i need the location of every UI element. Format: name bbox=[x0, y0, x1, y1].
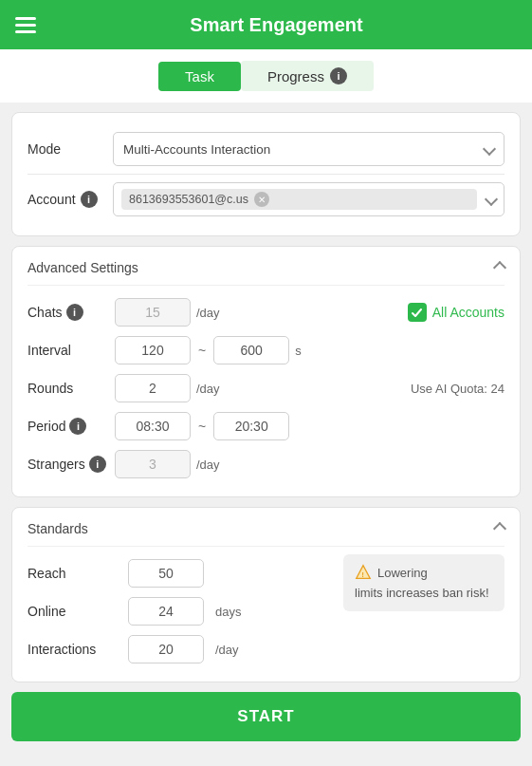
advanced-settings-title: Advanced Settings bbox=[28, 260, 138, 275]
account-chevron-icon bbox=[485, 193, 498, 206]
strangers-input[interactable] bbox=[115, 450, 191, 478]
interval-label: Interval bbox=[28, 343, 109, 358]
standards-collapse-icon[interactable] bbox=[493, 522, 506, 535]
svg-text:!: ! bbox=[361, 570, 364, 579]
mode-account-divider bbox=[28, 174, 504, 175]
mode-label: Mode bbox=[28, 141, 113, 157]
mode-row: Mode Multi-Accounts Interaction bbox=[28, 126, 504, 172]
reach-input[interactable] bbox=[128, 559, 204, 588]
period-label: Period i bbox=[28, 418, 109, 435]
interval-tilde: ~ bbox=[196, 343, 208, 358]
account-tag-value: 8613693553601@c.us bbox=[129, 193, 248, 206]
standards-title: Standards bbox=[28, 521, 88, 536]
tab-progress[interactable]: Progress i bbox=[241, 61, 374, 91]
chats-input[interactable] bbox=[115, 298, 191, 327]
account-info-icon[interactable]: i bbox=[81, 191, 98, 208]
all-accounts-checkbox-wrap: All Accounts bbox=[408, 303, 504, 322]
standards-card: Standards Reach Online days Interactions bbox=[11, 507, 521, 682]
period-row: Period i ~ bbox=[28, 407, 504, 445]
rounds-label: Rounds bbox=[28, 381, 109, 396]
interactions-row: Interactions /day bbox=[28, 630, 332, 668]
account-tag: 8613693553601@c.us ✕ bbox=[121, 189, 477, 210]
warning-title: ! Lowering bbox=[355, 564, 493, 581]
progress-info-icon[interactable]: i bbox=[330, 67, 347, 84]
interval-unit: s bbox=[295, 344, 302, 358]
interactions-label: Interactions bbox=[28, 642, 122, 657]
menu-icon[interactable] bbox=[15, 17, 36, 33]
strangers-row: Strangers i /day bbox=[28, 445, 504, 483]
mode-dropdown[interactable]: Multi-Accounts Interaction bbox=[113, 132, 504, 166]
interval-row: Interval ~ s bbox=[28, 331, 504, 369]
reach-label: Reach bbox=[28, 566, 122, 581]
chats-label: Chats i bbox=[28, 304, 109, 321]
period-info-icon[interactable]: i bbox=[69, 418, 86, 435]
all-accounts-label: All Accounts bbox=[432, 305, 504, 320]
mode-value: Multi-Accounts Interaction bbox=[123, 142, 270, 157]
strangers-unit: /day bbox=[196, 458, 220, 472]
chats-unit: /day bbox=[196, 306, 220, 320]
period-tilde: ~ bbox=[196, 419, 208, 434]
standards-fields: Reach Online days Interactions /day bbox=[28, 554, 332, 668]
mode-account-card: Mode Multi-Accounts Interaction Account … bbox=[11, 112, 521, 236]
interval-min-input[interactable] bbox=[115, 336, 191, 364]
tab-progress-label: Progress bbox=[267, 68, 324, 84]
strangers-label: Strangers i bbox=[28, 456, 109, 473]
standards-header: Standards bbox=[28, 521, 504, 547]
period-end-input[interactable] bbox=[213, 412, 289, 440]
warning-box: ! Lowering limits increases ban risk! bbox=[343, 554, 504, 611]
interactions-unit: /day bbox=[215, 643, 239, 657]
account-tag-wrapper[interactable]: 8613693553601@c.us ✕ bbox=[113, 182, 504, 216]
rounds-unit: /day bbox=[196, 382, 220, 396]
account-label: Account i bbox=[28, 191, 113, 208]
main-content: Mode Multi-Accounts Interaction Account … bbox=[0, 103, 532, 766]
online-unit: days bbox=[215, 605, 241, 619]
start-button[interactable]: START bbox=[11, 692, 521, 741]
tab-task[interactable]: Task bbox=[158, 62, 241, 91]
rounds-input[interactable] bbox=[115, 374, 191, 402]
online-label: Online bbox=[28, 604, 122, 619]
online-row: Online days bbox=[28, 592, 332, 630]
account-tag-close-icon[interactable]: ✕ bbox=[254, 192, 269, 207]
chats-info-icon[interactable]: i bbox=[66, 304, 83, 321]
advanced-settings-header: Advanced Settings bbox=[28, 260, 504, 286]
tab-bar: Task Progress i bbox=[0, 49, 532, 103]
all-accounts-checkbox[interactable] bbox=[408, 303, 427, 322]
warning-body: limits increases ban risk! bbox=[355, 585, 493, 602]
interval-max-input[interactable] bbox=[213, 336, 289, 364]
interactions-input[interactable] bbox=[128, 635, 204, 663]
app-title: Smart Engagement bbox=[36, 14, 517, 36]
app-header: Smart Engagement bbox=[0, 0, 532, 49]
reach-row: Reach bbox=[28, 554, 332, 592]
strangers-info-icon[interactable]: i bbox=[89, 456, 106, 473]
period-start-input[interactable] bbox=[115, 412, 191, 440]
advanced-settings-card: Advanced Settings Chats i /day All Accou… bbox=[11, 246, 521, 497]
standards-body: Reach Online days Interactions /day bbox=[28, 554, 504, 668]
online-input[interactable] bbox=[128, 597, 204, 626]
chats-row: Chats i /day All Accounts bbox=[28, 293, 504, 331]
mode-chevron-icon bbox=[483, 142, 496, 156]
advanced-settings-collapse-icon[interactable] bbox=[493, 261, 506, 274]
account-row: Account i 8613693553601@c.us ✕ bbox=[28, 177, 504, 222]
ai-quota-label: Use AI Quota: 24 bbox=[411, 382, 504, 396]
warning-triangle-icon: ! bbox=[355, 564, 372, 581]
rounds-row: Rounds /day Use AI Quota: 24 bbox=[28, 369, 504, 407]
